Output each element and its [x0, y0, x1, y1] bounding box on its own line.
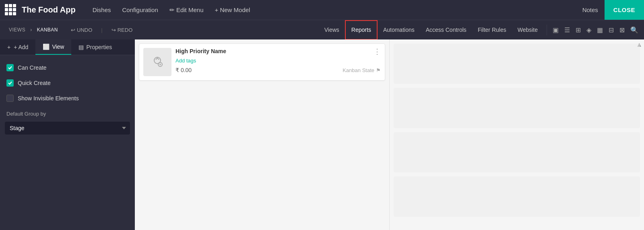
undo-button[interactable]: ↩ UNDO	[68, 25, 95, 35]
redo-arrow-icon: ↪	[111, 27, 116, 33]
grid-menu-icon[interactable]	[5, 4, 17, 16]
view-list-icon[interactable]: ☰	[562, 25, 572, 35]
kanban-placeholder-1	[394, 44, 640, 84]
app-title: The Food App	[22, 5, 76, 15]
view-form-icon[interactable]: ▣	[550, 25, 561, 35]
view-tab-icon: ⬜	[43, 44, 50, 50]
kanban-placeholder-4	[394, 176, 640, 217]
view-icons-group: ▣ ☰ ⊞ ◈ ▦ ⊟ ⊠ 🔍	[547, 25, 644, 35]
card-content: High Priority Name ⋮ Add tags ₹ 0.00 Kan…	[143, 48, 381, 76]
card-title: High Priority Name	[175, 48, 226, 54]
card-header: High Priority Name ⋮	[175, 48, 381, 55]
menu-website[interactable]: Website	[512, 20, 543, 40]
view-search-icon[interactable]: 🔍	[628, 25, 641, 35]
panel-body: Can Create Quick Create Show Invisible E…	[0, 55, 135, 141]
card-price: ₹ 0.00	[175, 67, 192, 73]
tab-view-label: View	[52, 44, 64, 50]
menu-views[interactable]: Views	[319, 20, 345, 40]
show-invisible-row[interactable]: Show Invisible Elements	[5, 92, 130, 104]
second-nav-right: Views Reports Automations Access Control…	[319, 20, 644, 40]
menu-automations[interactable]: Automations	[378, 20, 420, 40]
breadcrumb-active: KANBAN	[37, 27, 58, 33]
undo-label: UNDO	[77, 27, 92, 33]
tab-view[interactable]: ⬜ View	[35, 39, 71, 55]
tab-properties[interactable]: ▤ Properties	[71, 39, 119, 55]
card-status: Kanban State ⚑	[343, 67, 381, 73]
view-pivot-icon[interactable]: ⊠	[617, 25, 627, 35]
tab-add-label: + Add	[14, 44, 28, 50]
second-nav: VIEWS › KANBAN ↩ UNDO | ↪ REDO Views Rep…	[0, 20, 644, 39]
tab-properties-label: Properties	[86, 44, 112, 50]
main-content: + + Add ⬜ View ▤ Properties Can Create	[0, 39, 644, 230]
kanban-placeholder-3	[394, 132, 640, 172]
card-status-icon: ⚑	[376, 67, 381, 73]
view-calendar-icon[interactable]: ▦	[594, 25, 605, 35]
breadcrumb: VIEWS › KANBAN	[6, 27, 60, 33]
can-create-label: Can Create	[18, 64, 47, 71]
nav-new-model[interactable]: + New Model	[209, 0, 256, 20]
group-by-label: Default Group by	[5, 108, 130, 118]
view-kanban-icon[interactable]: ⊞	[573, 25, 583, 35]
redo-label: REDO	[118, 27, 133, 33]
kanban-column-1: High Priority Name ⋮ Add tags ₹ 0.00 Kan…	[135, 39, 390, 230]
undo-redo-group: ↩ UNDO | ↪ REDO	[68, 25, 135, 35]
can-create-row[interactable]: Can Create	[5, 62, 130, 74]
card-footer: ₹ 0.00 Kanban State ⚑	[175, 67, 381, 73]
undo-arrow-icon: ↩	[71, 27, 75, 33]
top-nav: The Food App Dishes Configuration ✏ Edit…	[0, 0, 644, 20]
quick-create-checkbox[interactable]	[6, 79, 14, 87]
group-by-select[interactable]: Stage Category None	[5, 122, 130, 135]
nav-edit-menu[interactable]: ✏ Edit Menu	[164, 0, 209, 20]
kanban-area: ▲ High Priority Name	[135, 39, 644, 230]
kanban-column-2	[390, 39, 644, 230]
nav-configuration[interactable]: Configuration	[117, 0, 164, 20]
tab-add[interactable]: + + Add	[0, 39, 35, 55]
card-info: High Priority Name ⋮ Add tags ₹ 0.00 Kan…	[175, 48, 381, 76]
plus-icon: +	[7, 44, 10, 50]
card-menu-icon[interactable]: ⋮	[374, 48, 381, 55]
undo-redo-separator: |	[101, 27, 102, 33]
close-button[interactable]: CLOSE	[605, 0, 644, 20]
redo-button[interactable]: ↪ REDO	[109, 25, 135, 35]
menu-filter-rules[interactable]: Filter Rules	[472, 20, 512, 40]
panel-tabs: + + Add ⬜ View ▤ Properties	[0, 39, 135, 55]
card-image	[143, 48, 171, 76]
breadcrumb-views: VIEWS	[9, 27, 25, 33]
left-panel: + + Add ⬜ View ▤ Properties Can Create	[0, 39, 135, 230]
menu-reports[interactable]: Reports	[345, 20, 378, 40]
breadcrumb-separator: ›	[30, 27, 32, 33]
kanban-placeholder-2	[394, 88, 640, 128]
card-tags[interactable]: Add tags	[175, 58, 381, 64]
view-grid2-icon[interactable]: ⊟	[606, 25, 616, 35]
can-create-checkbox[interactable]	[6, 64, 14, 71]
show-invisible-checkbox[interactable]	[6, 95, 14, 102]
nav-dishes[interactable]: Dishes	[87, 0, 117, 20]
menu-access-controls[interactable]: Access Controls	[420, 20, 472, 40]
properties-tab-icon: ▤	[78, 44, 84, 50]
card-status-label: Kanban State	[343, 67, 374, 73]
notes-button[interactable]: Notes	[576, 0, 605, 20]
view-map-icon[interactable]: ◈	[584, 25, 594, 35]
kanban-card-1: High Priority Name ⋮ Add tags ₹ 0.00 Kan…	[139, 44, 385, 81]
quick-create-label: Quick Create	[18, 80, 51, 86]
quick-create-row[interactable]: Quick Create	[5, 77, 130, 89]
show-invisible-label: Show Invisible Elements	[18, 95, 79, 102]
